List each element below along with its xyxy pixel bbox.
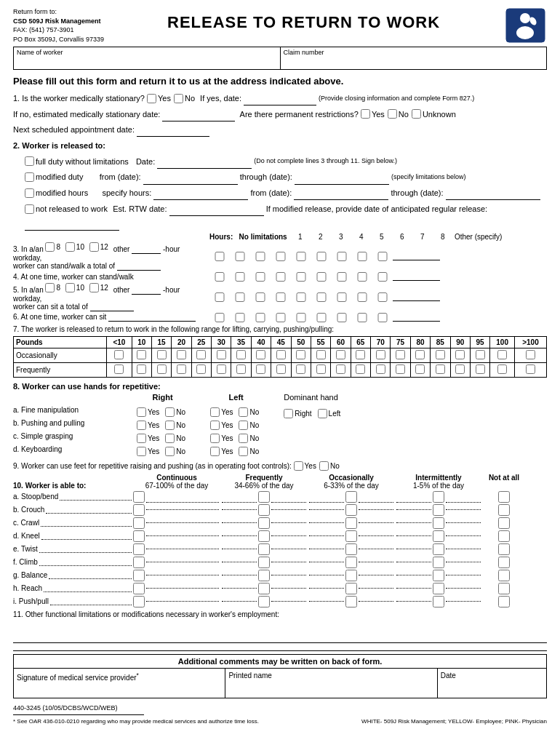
crouch-not-cb[interactable]	[498, 504, 510, 516]
crawl-cont-cb[interactable]	[133, 517, 145, 529]
q1-next-appt-date[interactable]	[137, 123, 209, 138]
occ-75-cb[interactable]	[396, 350, 405, 359]
occ-70-cb[interactable]	[376, 350, 385, 359]
q6-h1-cb[interactable]	[230, 313, 250, 322]
q3-8-checkbox[interactable]: 8	[45, 242, 60, 252]
kneel-cont-cb[interactable]	[133, 530, 145, 542]
q3-h1-cb[interactable]	[230, 252, 250, 261]
q5-8-checkbox[interactable]: 8	[45, 283, 60, 292]
freq-25-cb[interactable]	[196, 364, 206, 374]
q6-h4-cb[interactable]	[291, 313, 311, 322]
reach-not-cb[interactable]	[498, 583, 510, 594]
q4-h5-cb[interactable]	[311, 272, 332, 282]
freq-30-cb[interactable]	[217, 364, 226, 374]
climb-freq-cb[interactable]	[258, 557, 270, 568]
reach-occ-cb[interactable]	[345, 583, 357, 594]
q4-h2-cb[interactable]	[250, 272, 271, 282]
q2-hours-specify-value[interactable]	[153, 186, 248, 201]
q4-h8-cb[interactable]	[372, 272, 393, 282]
q11-input[interactable]	[13, 621, 547, 643]
q1-perm-yes-checkbox[interactable]: Yes	[361, 108, 385, 121]
freq-65-cb[interactable]	[356, 364, 365, 374]
crawl-not-cb[interactable]	[498, 517, 510, 529]
occ-lt10-cb[interactable]	[114, 350, 124, 359]
freq-55-cb[interactable]	[316, 364, 326, 374]
freq-20-cb[interactable]	[177, 364, 186, 374]
freq-15-cb[interactable]	[157, 364, 167, 374]
q2-hours-checkbox[interactable]: modified hours	[25, 186, 88, 200]
q3-12-checkbox[interactable]: 12	[89, 242, 108, 252]
q3-h7-cb[interactable]	[352, 252, 372, 261]
freq-70-cb[interactable]	[376, 364, 385, 374]
occ-85-cb[interactable]	[436, 350, 445, 359]
stoop-freq-cb[interactable]	[258, 491, 270, 503]
crouch-cont-cb[interactable]	[133, 504, 145, 516]
occ-45-cb[interactable]	[276, 350, 286, 359]
freq-45-cb[interactable]	[276, 364, 286, 374]
q2-est-rtw-date[interactable]	[169, 202, 264, 216]
freq-50-cb[interactable]	[296, 364, 305, 374]
twist-occ-cb[interactable]	[345, 543, 357, 555]
q6-h5-cb[interactable]	[311, 313, 332, 322]
reach-freq-cb[interactable]	[258, 583, 270, 594]
q5-nolimit-cb[interactable]	[209, 292, 230, 302]
q5-h5-cb[interactable]	[311, 292, 332, 302]
reach-int-cb[interactable]	[433, 583, 444, 594]
q4-h6-cb[interactable]	[332, 272, 352, 282]
occ-100-cb[interactable]	[497, 350, 507, 359]
q5-h3-cb[interactable]	[271, 292, 291, 302]
q5-h2-cb[interactable]	[250, 292, 271, 302]
q4-nolimit-cb[interactable]	[209, 272, 230, 282]
climb-not-cb[interactable]	[498, 557, 510, 568]
crouch-occ-cb[interactable]	[345, 504, 357, 516]
occ-90-cb[interactable]	[455, 350, 465, 359]
q2-not-released-checkbox[interactable]: not released to work	[25, 202, 108, 216]
freq-lt10-cb[interactable]	[114, 364, 124, 374]
twist-cont-cb[interactable]	[133, 543, 145, 555]
kneel-freq-cb[interactable]	[258, 530, 270, 542]
q6-h2-cb[interactable]	[250, 313, 271, 322]
q1-no-checkbox[interactable]: No	[174, 92, 195, 105]
balance-freq-cb[interactable]	[258, 570, 270, 581]
q1-perm-unknown-checkbox[interactable]: Unknown	[412, 108, 456, 121]
q9-yes-checkbox[interactable]: Yes	[294, 461, 316, 471]
q2-full-date[interactable]	[157, 154, 252, 169]
q5-h6-cb[interactable]	[332, 292, 352, 302]
crawl-int-cb[interactable]	[433, 517, 444, 529]
q4-h7-cb[interactable]	[352, 272, 372, 282]
stoop-int-cb[interactable]	[433, 491, 444, 503]
freq-90-cb[interactable]	[455, 364, 465, 374]
freq-40-cb[interactable]	[256, 364, 265, 374]
q6-value[interactable]	[108, 313, 196, 322]
pushpull-freq-cb[interactable]	[258, 596, 270, 607]
balance-cont-cb[interactable]	[133, 570, 145, 581]
stoop-not-cb[interactable]	[498, 491, 510, 503]
climb-cont-cb[interactable]	[133, 557, 145, 568]
occ-60-cb[interactable]	[336, 350, 345, 359]
q5-other-specify[interactable]	[393, 292, 440, 301]
q5-h1-cb[interactable]	[230, 292, 250, 302]
occ-40-cb[interactable]	[256, 350, 265, 359]
q3-h4-cb[interactable]	[291, 252, 311, 261]
pushpull-int-cb[interactable]	[433, 596, 444, 607]
freq-gt100-cb[interactable]	[526, 364, 535, 374]
pushpull-not-cb[interactable]	[498, 596, 510, 607]
q3-10-checkbox[interactable]: 10	[65, 242, 84, 252]
q6-h8-cb[interactable]	[372, 313, 393, 322]
q2-modified-through-date[interactable]	[295, 170, 389, 185]
q5-10-checkbox[interactable]: 10	[65, 283, 84, 292]
crawl-freq-cb[interactable]	[258, 517, 270, 529]
freq-35-cb[interactable]	[236, 364, 246, 374]
q5-h7-cb[interactable]	[352, 292, 372, 302]
freq-80-cb[interactable]	[415, 364, 425, 374]
occ-95-cb[interactable]	[476, 350, 485, 359]
q2-modified-from-date[interactable]	[143, 170, 238, 185]
climb-occ-cb[interactable]	[345, 557, 357, 568]
q2-full-checkbox[interactable]: full duty without limitations	[25, 155, 129, 169]
kneel-int-cb[interactable]	[433, 530, 444, 542]
q3-h6-cb[interactable]	[332, 252, 352, 261]
q6-nolimit-cb[interactable]	[209, 313, 230, 322]
crawl-occ-cb[interactable]	[345, 517, 357, 529]
q4-h3-cb[interactable]	[271, 272, 291, 282]
q6-h6-cb[interactable]	[332, 313, 352, 322]
